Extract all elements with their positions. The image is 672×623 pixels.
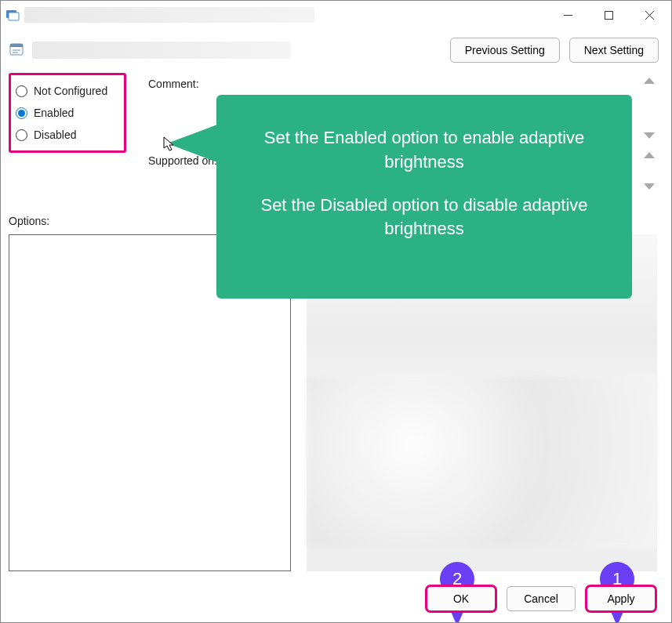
radio-enabled[interactable]: Enabled (16, 102, 111, 124)
radio-icon (16, 129, 27, 141)
next-setting-button[interactable]: Next Setting (569, 38, 659, 63)
titlebar (1, 1, 671, 29)
close-button[interactable] (629, 2, 670, 28)
previous-setting-button[interactable]: Previous Setting (450, 38, 560, 63)
radio-label: Enabled (34, 107, 74, 119)
callout-line-2: Set the Disabled option to disable adapt… (240, 194, 608, 242)
policy-dialog: Previous Setting Next Setting Not Config… (0, 0, 672, 623)
supported-scrollbar[interactable] (641, 152, 657, 190)
main-area: Not Configured Enabled Disabled Comment:… (1, 70, 671, 78)
radio-disabled[interactable]: Disabled (16, 124, 111, 146)
svg-rect-3 (605, 11, 612, 19)
cancel-button[interactable]: Cancel (507, 586, 576, 611)
radio-not-configured[interactable]: Not Configured (16, 80, 111, 102)
apply-button[interactable]: Apply (587, 586, 656, 611)
policy-icon (9, 42, 26, 59)
window-title (24, 7, 314, 23)
radio-label: Disabled (34, 129, 76, 141)
scroll-down-icon (644, 183, 655, 190)
maximize-button[interactable] (588, 2, 629, 28)
cursor-icon (163, 136, 177, 154)
scroll-up-icon (644, 78, 655, 84)
app-icon (5, 8, 20, 22)
window-controls (547, 2, 670, 28)
radio-icon (16, 107, 27, 119)
radio-icon (16, 85, 27, 97)
comment-label: Comment: (148, 78, 199, 90)
instruction-callout: Set the Enabled option to enable adaptiv… (216, 95, 632, 299)
minimize-button[interactable] (547, 2, 588, 28)
state-radio-group: Not Configured Enabled Disabled (9, 73, 126, 153)
scroll-down-icon (644, 132, 655, 139)
svg-rect-1 (9, 13, 19, 20)
radio-label: Not Configured (34, 85, 107, 97)
comment-scrollbar[interactable] (641, 78, 657, 139)
ok-button[interactable]: OK (427, 586, 496, 611)
options-label: Options: (9, 215, 49, 227)
callout-line-1: Set the Enabled option to enable adaptiv… (240, 126, 608, 175)
scroll-up-icon (644, 152, 655, 158)
subheader: Previous Setting Next Setting (1, 31, 671, 70)
policy-title (32, 42, 291, 59)
svg-rect-7 (10, 44, 23, 47)
dialog-button-bar: OK Cancel Apply (1, 586, 671, 611)
